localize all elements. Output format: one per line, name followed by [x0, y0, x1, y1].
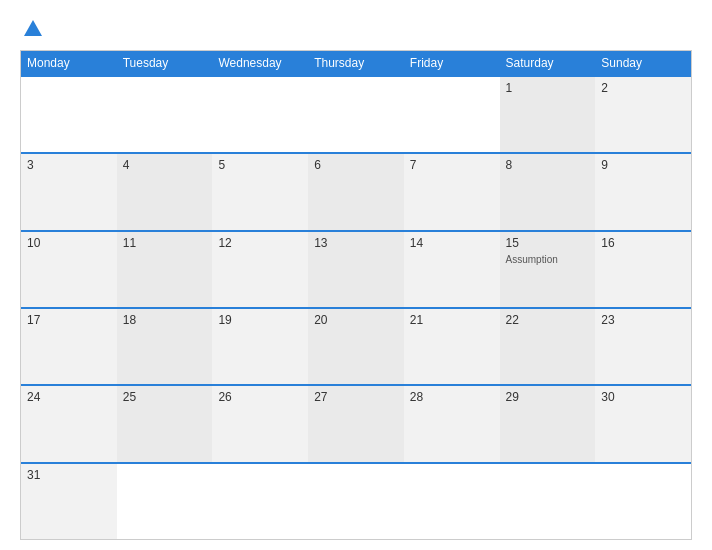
- day-number: 6: [314, 158, 398, 172]
- calendar-row-0: 12: [21, 75, 691, 152]
- logo-icon: [22, 18, 44, 40]
- calendar-cell-0-1: [117, 77, 213, 152]
- calendar-cell-1-4: 7: [404, 154, 500, 229]
- header-monday: Monday: [21, 51, 117, 75]
- calendar-cell-0-6: 2: [595, 77, 691, 152]
- calendar-body: 123456789101112131415Assumption161718192…: [21, 75, 691, 539]
- day-number: 22: [506, 313, 590, 327]
- day-number: 25: [123, 390, 207, 404]
- calendar-cell-5-0: 31: [21, 464, 117, 539]
- calendar-cell-1-0: 3: [21, 154, 117, 229]
- header-saturday: Saturday: [500, 51, 596, 75]
- calendar-cell-5-5: [500, 464, 596, 539]
- day-number: 26: [218, 390, 302, 404]
- day-number: 4: [123, 158, 207, 172]
- day-number: 8: [506, 158, 590, 172]
- day-number: 21: [410, 313, 494, 327]
- day-number: 11: [123, 236, 207, 250]
- day-number: 14: [410, 236, 494, 250]
- day-event: Assumption: [506, 254, 590, 265]
- calendar-cell-5-1: [117, 464, 213, 539]
- calendar-cell-3-2: 19: [212, 309, 308, 384]
- calendar-cell-0-2: [212, 77, 308, 152]
- day-number: 1: [506, 81, 590, 95]
- calendar-cell-0-4: [404, 77, 500, 152]
- day-number: 28: [410, 390, 494, 404]
- header-tuesday: Tuesday: [117, 51, 213, 75]
- calendar-cell-5-3: [308, 464, 404, 539]
- calendar-cell-2-5: 15Assumption: [500, 232, 596, 307]
- calendar-cell-2-2: 12: [212, 232, 308, 307]
- day-number: 17: [27, 313, 111, 327]
- day-number: 9: [601, 158, 685, 172]
- calendar-cell-2-3: 13: [308, 232, 404, 307]
- header-sunday: Sunday: [595, 51, 691, 75]
- calendar-cell-2-6: 16: [595, 232, 691, 307]
- calendar-cell-3-4: 21: [404, 309, 500, 384]
- calendar-cell-3-6: 23: [595, 309, 691, 384]
- calendar-cell-4-6: 30: [595, 386, 691, 461]
- calendar-cell-1-1: 4: [117, 154, 213, 229]
- day-number: 20: [314, 313, 398, 327]
- day-number: 2: [601, 81, 685, 95]
- calendar-header: Monday Tuesday Wednesday Thursday Friday…: [21, 51, 691, 75]
- calendar-row-2: 101112131415Assumption16: [21, 230, 691, 307]
- calendar-cell-0-3: [308, 77, 404, 152]
- calendar-cell-1-5: 8: [500, 154, 596, 229]
- calendar-cell-1-6: 9: [595, 154, 691, 229]
- header: [20, 18, 692, 40]
- day-number: 16: [601, 236, 685, 250]
- day-number: 10: [27, 236, 111, 250]
- calendar-cell-2-4: 14: [404, 232, 500, 307]
- day-number: 18: [123, 313, 207, 327]
- calendar-cell-4-5: 29: [500, 386, 596, 461]
- calendar: Monday Tuesday Wednesday Thursday Friday…: [20, 50, 692, 540]
- calendar-cell-3-3: 20: [308, 309, 404, 384]
- svg-marker-0: [24, 20, 42, 36]
- calendar-cell-5-6: [595, 464, 691, 539]
- day-number: 3: [27, 158, 111, 172]
- day-number: 29: [506, 390, 590, 404]
- calendar-cell-4-2: 26: [212, 386, 308, 461]
- day-number: 13: [314, 236, 398, 250]
- calendar-cell-4-0: 24: [21, 386, 117, 461]
- day-number: 30: [601, 390, 685, 404]
- calendar-cell-2-0: 10: [21, 232, 117, 307]
- calendar-cell-3-0: 17: [21, 309, 117, 384]
- header-wednesday: Wednesday: [212, 51, 308, 75]
- calendar-cell-5-2: [212, 464, 308, 539]
- calendar-cell-5-4: [404, 464, 500, 539]
- calendar-cell-1-2: 5: [212, 154, 308, 229]
- calendar-cell-2-1: 11: [117, 232, 213, 307]
- day-number: 23: [601, 313, 685, 327]
- header-thursday: Thursday: [308, 51, 404, 75]
- logo: [20, 18, 44, 40]
- calendar-cell-4-1: 25: [117, 386, 213, 461]
- calendar-row-1: 3456789: [21, 152, 691, 229]
- calendar-row-4: 24252627282930: [21, 384, 691, 461]
- day-number: 27: [314, 390, 398, 404]
- calendar-cell-3-1: 18: [117, 309, 213, 384]
- header-friday: Friday: [404, 51, 500, 75]
- day-number: 7: [410, 158, 494, 172]
- day-number: 15: [506, 236, 590, 250]
- calendar-cell-0-0: [21, 77, 117, 152]
- day-number: 24: [27, 390, 111, 404]
- calendar-cell-4-3: 27: [308, 386, 404, 461]
- calendar-row-3: 17181920212223: [21, 307, 691, 384]
- calendar-row-5: 31: [21, 462, 691, 539]
- page: Monday Tuesday Wednesday Thursday Friday…: [0, 0, 712, 550]
- day-number: 12: [218, 236, 302, 250]
- calendar-cell-0-5: 1: [500, 77, 596, 152]
- calendar-cell-4-4: 28: [404, 386, 500, 461]
- day-number: 5: [218, 158, 302, 172]
- calendar-cell-3-5: 22: [500, 309, 596, 384]
- calendar-cell-1-3: 6: [308, 154, 404, 229]
- day-number: 31: [27, 468, 111, 482]
- day-number: 19: [218, 313, 302, 327]
